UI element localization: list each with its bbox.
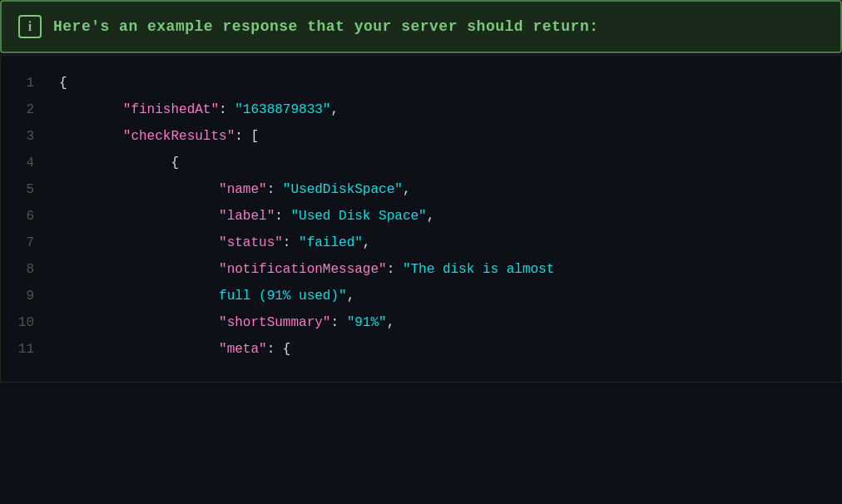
code-line-8: 8 "notificationMessage": "The disk is al…	[1, 259, 841, 285]
code-line-4: 4 {	[1, 152, 841, 179]
line-content: "meta": {	[59, 342, 290, 357]
line-number: 1	[1, 76, 59, 91]
line-content: "shortSummary": "91%",	[59, 315, 394, 330]
line-content: "notificationMessage": "The disk is almo…	[59, 262, 554, 277]
line-number: 8	[1, 262, 59, 277]
banner-text: Here's an example response that your ser…	[53, 18, 599, 35]
line-number: 9	[1, 289, 59, 304]
line-number: 2	[1, 102, 59, 117]
line-number: 11	[1, 342, 59, 357]
code-line-11: 11 "meta": {	[1, 338, 841, 365]
line-number: 6	[1, 209, 59, 224]
code-line-5: 5 "name": "UsedDiskSpace",	[1, 179, 841, 205]
code-line-10: 10 "shortSummary": "91%",	[1, 312, 841, 338]
line-content: full (91% used)",	[59, 289, 354, 304]
line-content: "checkResults": [	[59, 129, 259, 144]
info-icon: i	[18, 15, 42, 38]
line-content: "finishedAt": "1638879833",	[59, 102, 339, 117]
line-content: "status": "failed",	[59, 235, 370, 250]
line-content: "label": "Used Disk Space",	[59, 209, 434, 224]
line-number: 3	[1, 129, 59, 144]
code-line-9: 9 full (91% used)",	[1, 285, 841, 312]
line-number: 10	[1, 315, 59, 330]
code-block: 1 { 2 "finishedAt": "1638879833", 3 "che…	[0, 55, 842, 383]
info-banner: i Here's an example response that your s…	[0, 0, 842, 53]
line-content: {	[59, 76, 67, 91]
line-content: "name": "UsedDiskSpace",	[59, 182, 410, 197]
line-number: 7	[1, 235, 59, 250]
line-number: 5	[1, 182, 59, 197]
code-line-7: 7 "status": "failed",	[1, 232, 841, 259]
code-line-1: 1 {	[1, 72, 841, 99]
code-line-6: 6 "label": "Used Disk Space",	[1, 205, 841, 232]
code-line-3: 3 "checkResults": [	[1, 126, 841, 152]
line-number: 4	[1, 156, 59, 170]
line-content: {	[59, 156, 179, 170]
code-line-2: 2 "finishedAt": "1638879833",	[1, 99, 841, 126]
